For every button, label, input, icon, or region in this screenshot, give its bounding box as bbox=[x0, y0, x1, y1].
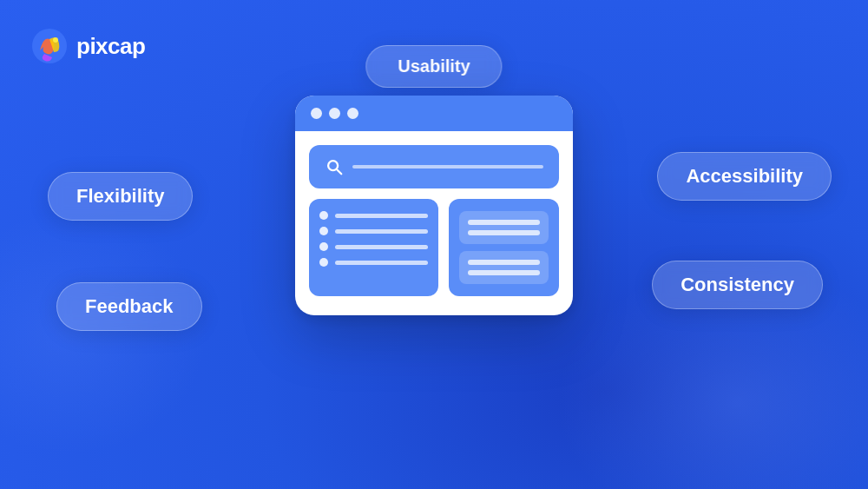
pill-feedback: Feedback bbox=[56, 282, 202, 331]
window-dot-2 bbox=[329, 108, 340, 119]
list-item-2 bbox=[319, 227, 428, 235]
card-stacked bbox=[449, 199, 559, 296]
list-dot-4 bbox=[319, 258, 328, 267]
window-dot-1 bbox=[311, 108, 322, 119]
accessibility-label: Accessibility bbox=[686, 165, 803, 187]
logo-text: pixcap bbox=[76, 33, 145, 60]
list-item-3 bbox=[319, 242, 428, 251]
list-line-2 bbox=[335, 229, 428, 234]
pill-usability: Usability bbox=[365, 45, 502, 88]
browser-mockup bbox=[295, 96, 573, 315]
list-dot-3 bbox=[319, 242, 328, 251]
list-line-1 bbox=[335, 214, 428, 218]
svg-line-3 bbox=[337, 169, 341, 174]
stack-group-1 bbox=[459, 211, 549, 244]
list-line-4 bbox=[335, 261, 428, 265]
search-icon bbox=[325, 157, 344, 176]
flexibility-label: Flexibility bbox=[76, 185, 164, 207]
list-item-4 bbox=[319, 258, 428, 267]
window-dot-3 bbox=[347, 108, 358, 119]
list-item-1 bbox=[319, 211, 428, 220]
cards-row bbox=[309, 199, 559, 296]
stack-line-2 bbox=[468, 230, 540, 235]
pill-accessibility: Accessibility bbox=[657, 152, 832, 201]
consistency-label: Consistency bbox=[681, 274, 794, 295]
stack-line-3 bbox=[468, 260, 540, 265]
feedback-label: Feedback bbox=[85, 295, 174, 317]
list-dot-1 bbox=[319, 211, 328, 220]
stack-line-1 bbox=[468, 220, 540, 225]
pixcap-logo-icon bbox=[31, 28, 68, 64]
browser-body bbox=[295, 131, 573, 296]
search-line bbox=[352, 165, 543, 169]
list-line-3 bbox=[335, 245, 428, 249]
stack-group-2 bbox=[459, 251, 549, 284]
logo: pixcap bbox=[31, 28, 145, 64]
browser-titlebar bbox=[295, 96, 573, 131]
svg-point-1 bbox=[53, 37, 58, 43]
list-dot-2 bbox=[319, 227, 328, 235]
search-bar bbox=[309, 145, 559, 188]
pill-flexibility: Flexibility bbox=[48, 172, 193, 221]
stack-line-4 bbox=[468, 270, 540, 275]
usability-label: Usability bbox=[398, 56, 470, 76]
card-list bbox=[309, 199, 438, 296]
page-content: pixcap Usability Flexibility Feedback Ac… bbox=[0, 0, 868, 489]
pill-consistency: Consistency bbox=[652, 261, 823, 309]
